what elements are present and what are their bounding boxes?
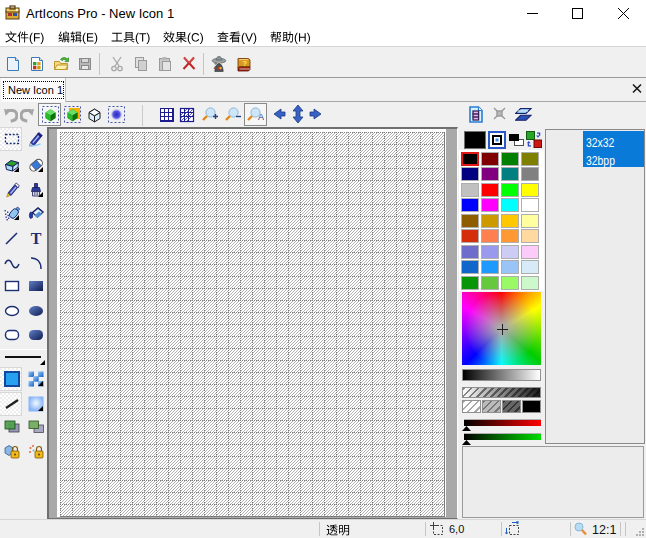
svg-text:A: A [258,112,264,122]
svg-text:?: ? [242,59,247,68]
svg-text:T: T [31,230,42,246]
